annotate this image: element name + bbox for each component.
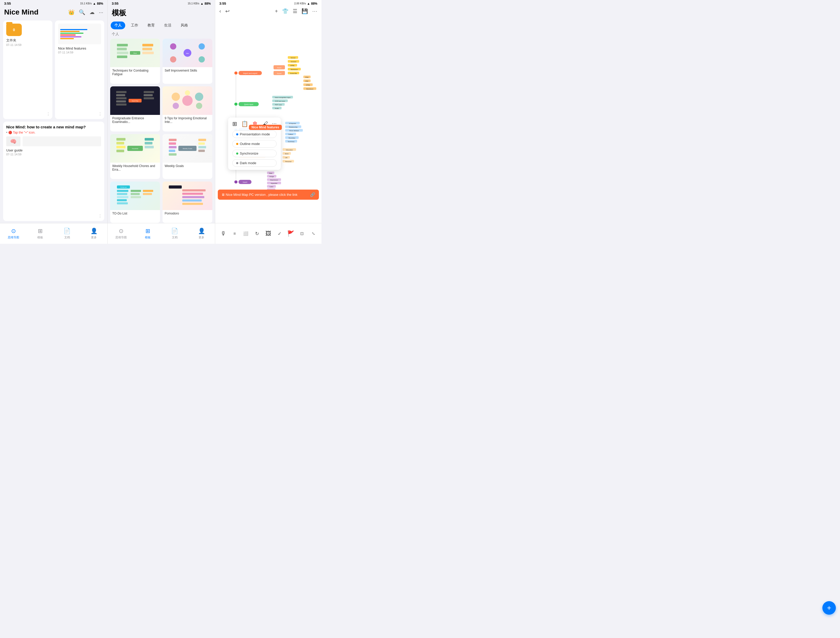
- nav-doc-label-mid: 文档: [172, 236, 178, 239]
- network-left: 15.1 KB/s: [80, 2, 92, 5]
- template-weekly[interactable]: Weekly Goals Weekly Goals: [163, 134, 212, 179]
- svg-text:OCR text scan: OCR text scan: [275, 100, 285, 102]
- svg-text:TO-Do List: TO-Do List: [120, 187, 127, 188]
- cards-grid: 0 文件夹 07-11 14:59 ⋮ Nice Min: [0, 18, 107, 223]
- folder-card-menu[interactable]: ⋮: [46, 111, 50, 116]
- add-icon[interactable]: +: [275, 8, 278, 14]
- mindmap-svg-pomodoro: [168, 184, 207, 207]
- cloud-icon[interactable]: ☁: [90, 9, 95, 15]
- back-icon[interactable]: ‹: [219, 8, 221, 14]
- style-icon[interactable]: 👕: [282, 8, 289, 14]
- nav-more-mid[interactable]: 👤 更多: [188, 228, 215, 239]
- copy2-icon[interactable]: ⊡: [297, 229, 307, 238]
- app-title: Nice Mind: [4, 8, 38, 16]
- template-self[interactable]: Skills Self Improvement Skills: [163, 39, 212, 84]
- flag-icon[interactable]: 🚩: [286, 229, 295, 238]
- template-todo[interactable]: TO-Do List TO-Do List: [110, 182, 160, 223]
- nav-doc-mid[interactable]: 📄 文档: [161, 228, 188, 239]
- tab-education[interactable]: 教育: [144, 22, 158, 29]
- nav-mindmap-mid[interactable]: ⊙ 思维导图: [107, 228, 134, 239]
- svg-text:Voice recognition input: Voice recognition input: [275, 97, 291, 98]
- mic-icon[interactable]: 🎙: [219, 229, 228, 238]
- pc-banner[interactable]: 🖥 Nice Mind Map PC version , please clic…: [218, 190, 319, 200]
- svg-rect-64: [182, 189, 205, 192]
- list-icon[interactable]: ☰: [293, 8, 297, 14]
- svg-text:PDF scan: PDF scan: [275, 104, 282, 106]
- template-postgrad[interactable]: Exam Prep Postgraduate Entrance Examinat…: [110, 86, 160, 131]
- tab-life[interactable]: 生活: [161, 22, 175, 29]
- copy-icon[interactable]: ⊞: [232, 120, 237, 127]
- folder-card[interactable]: 0 文件夹 07-11 14:59 ⋮: [3, 21, 52, 119]
- svg-text:Education: Education: [286, 149, 293, 151]
- svg-rect-42: [169, 139, 177, 141]
- svg-point-14: [199, 56, 205, 62]
- svg-rect-21: [116, 103, 126, 106]
- template-pomodoro[interactable]: Pomodoro: [163, 182, 212, 223]
- svg-text:Callout: Callout: [288, 133, 293, 135]
- paste-icon[interactable]: 📋: [241, 120, 248, 127]
- mindmap-svg-todo: TO-Do List: [115, 184, 155, 207]
- battery-right: 88%: [311, 2, 317, 5]
- template-todo-label: TO-Do List: [110, 210, 160, 217]
- crown-icon[interactable]: 👑: [68, 9, 75, 15]
- top-bar-left: ‹ ↩: [219, 8, 230, 14]
- preview-line: [60, 35, 76, 36]
- top-icons-left: 👑 🔍 ☁ ···: [68, 9, 103, 15]
- svg-rect-54: [117, 193, 127, 195]
- svg-text:OPML: OPML: [290, 65, 295, 66]
- template-tips[interactable]: 9 Tips for Improving Emotional Inte...: [163, 86, 212, 131]
- svg-text:PNG: PNG: [305, 76, 308, 78]
- search-icon[interactable]: 🔍: [79, 9, 85, 15]
- guide-card-title: User guide: [6, 148, 101, 152]
- folder-card-date: 07-11 14:59: [6, 43, 22, 46]
- nav-mindmap-left[interactable]: ⊙ 思维导图: [0, 228, 27, 239]
- nav-more-left[interactable]: 👤 更多: [81, 228, 107, 239]
- undo-icon[interactable]: ↩: [225, 8, 230, 14]
- svg-rect-23: [144, 94, 153, 96]
- guide-card[interactable]: Nice Mind: how to create a new mind map?…: [3, 122, 104, 221]
- check-icon[interactable]: ✓: [275, 229, 284, 238]
- nav-template-label-mid: 模板: [145, 236, 151, 239]
- svg-rect-47: [198, 139, 206, 141]
- save-icon[interactable]: 💾: [302, 8, 308, 14]
- nicemind-features-card[interactable]: Nice Mind features 07-11 14:59 ⋮: [55, 21, 104, 119]
- more-icon-right[interactable]: ⋯: [312, 8, 317, 14]
- time-left: 3:55: [4, 2, 11, 5]
- guide-card-date: 07-11 14:59: [6, 153, 101, 156]
- template-household-label: Weekly Household Chores and Erra...: [110, 163, 160, 174]
- nav-doc-left[interactable]: 📄 文档: [54, 228, 81, 239]
- svg-rect-55: [117, 196, 128, 198]
- sync-btn[interactable]: Synchronize: [232, 150, 276, 157]
- nav-mindmap-icon: ⊙: [11, 228, 16, 234]
- top-bar-left: Nice Mind 👑 🔍 ☁ ···: [0, 6, 107, 18]
- nav-template-left[interactable]: ⊞ 模板: [27, 228, 54, 239]
- svg-text:Hyperlink: Hyperlink: [271, 182, 278, 184]
- status-icons-left: 15.1 KB/s ▲ 88%: [80, 2, 103, 5]
- dark-mode-btn[interactable]: Dark mode: [232, 159, 276, 167]
- outline-mode-btn[interactable]: Outline mode: [232, 140, 276, 147]
- svg-text:Markdown: Markdown: [306, 88, 313, 90]
- guide-card-menu[interactable]: ⋮: [98, 214, 102, 218]
- mindmap-svg-self: Skills: [168, 41, 207, 65]
- tab-style[interactable]: 风格: [177, 22, 192, 29]
- sync-label: Synchronize: [240, 152, 259, 155]
- top-bar-right-icons: + 👕 ☰ 💾 ⋯: [275, 8, 317, 14]
- outline-dot: [236, 143, 238, 145]
- features-card-menu[interactable]: ⋮: [98, 111, 102, 116]
- template-pomodoro-label: Pomodoro: [163, 210, 212, 217]
- svg-text:Attachment: Attachment: [270, 179, 278, 181]
- tab-personal[interactable]: 个人: [111, 22, 125, 29]
- shape-icon[interactable]: ⬜: [241, 229, 251, 238]
- template-household[interactable]: Household Weekly Household Chores and Er…: [110, 134, 160, 179]
- presentation-mode-btn[interactable]: Prensentation mode: [232, 130, 276, 138]
- more-icon-left[interactable]: ···: [99, 9, 103, 15]
- text-icon[interactable]: ≡: [230, 229, 239, 238]
- loop-icon[interactable]: ↻: [253, 229, 262, 238]
- nav-mindmap-label-mid: 思维导图: [115, 236, 127, 239]
- nav-template-mid[interactable]: ⊞ 模板: [134, 228, 161, 239]
- tab-work[interactable]: 工作: [127, 22, 142, 29]
- expand-icon[interactable]: ⤡: [308, 229, 318, 238]
- template-fatigue[interactable]: Root Techniques for Combating Fatigue: [110, 39, 160, 84]
- bullet-dot: 🔴: [8, 131, 12, 135]
- image-icon[interactable]: 🖼: [264, 229, 273, 238]
